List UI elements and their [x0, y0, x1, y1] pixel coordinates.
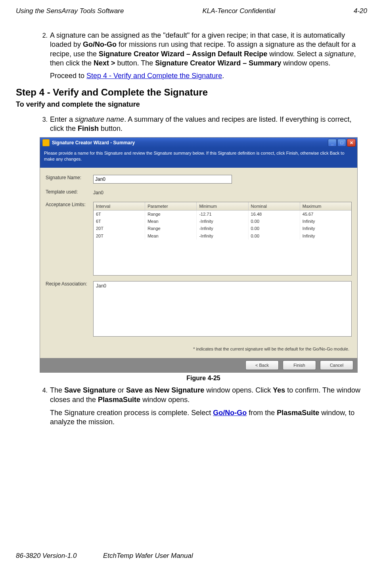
header-right: 4-20 — [354, 7, 367, 15]
text-italic: signature name — [75, 115, 124, 123]
window-title: Signature Creator Wizard - Summary — [52, 140, 328, 146]
list-number: 4. — [40, 386, 48, 427]
wizard-button-bar: < Back Finish Cancel — [40, 358, 357, 372]
table-row: 20T Range -Infinity 0.00 Infinity — [94, 225, 351, 232]
footer-left: 86-3820 Version-1.0 — [16, 552, 103, 560]
instruction-text: Please provide a name for this Signature… — [40, 148, 357, 168]
running-footer: 86-3820 Version-1.0 EtchTemp Wafer User … — [16, 552, 367, 560]
text-bold: Signature Creator Wizard – Assign Defaul… — [99, 50, 267, 58]
text: Proceed to — [50, 72, 86, 80]
figure-4-25: Signature Creator Wizard - Summary _ □ ✕… — [40, 137, 367, 383]
text-bold: Next > — [94, 59, 115, 67]
text-bold: Save as New Signature — [126, 386, 204, 394]
text-bold: Yes — [273, 386, 285, 394]
text: . — [222, 72, 224, 80]
text: window opens. — [140, 396, 190, 404]
table-row: 6T Range -12.71 16.48 45.67 — [94, 211, 351, 218]
label-recipe-association: Recipe Association: — [46, 281, 93, 287]
text: button. — [99, 124, 123, 132]
text: or — [116, 386, 126, 394]
list-item-2: 2. A signature can be assigned as the "d… — [40, 31, 367, 80]
list-item-3: 3. Enter a signature name. A summary of … — [40, 115, 367, 134]
col-parameter: Parameter — [145, 202, 197, 210]
text: button. The — [115, 59, 155, 67]
template-used-value: Jan0 — [93, 189, 103, 196]
table-row: 6T Mean -Infinity 0.00 Infinity — [94, 218, 351, 225]
col-minimum: Minimum — [197, 202, 248, 210]
col-maximum: Maximum — [300, 202, 351, 210]
header-center: KLA-Tencor Confidential — [202, 7, 275, 15]
label-template-used: Template used: — [46, 189, 93, 195]
col-nominal: Nominal — [249, 202, 300, 210]
figure-caption: Figure 4-25 — [40, 374, 367, 383]
recipe-item: Jan0 — [96, 283, 349, 289]
text: Enter a — [50, 115, 75, 123]
label-acceptance-limits: Acceptance Limits: — [46, 202, 93, 208]
cancel-button[interactable]: Cancel — [320, 360, 353, 370]
text-bold: PlasmaSuite — [277, 409, 319, 417]
footer-center: EtchTemp Wafer User Manual — [103, 552, 367, 560]
app-icon — [42, 139, 50, 146]
minimize-button[interactable]: _ — [328, 139, 337, 147]
text-bold: Go/No-Go — [83, 40, 117, 48]
acceptance-limits-grid: Interval Parameter Minimum Nominal Maxim… — [93, 202, 352, 276]
link-go-no-go[interactable]: Go/No-Go — [213, 409, 247, 417]
subheading: To verify and complete the signature — [16, 100, 367, 109]
titlebar: Signature Creator Wizard - Summary _ □ ✕ — [40, 138, 357, 148]
list-item-4: 4. The Save Signature or Save as New Sig… — [40, 386, 367, 427]
maximize-button[interactable]: □ — [337, 139, 346, 147]
text: The Signature creation process is comple… — [50, 409, 213, 417]
table-row: 20T Mean -Infinity 0.00 Infinity — [94, 232, 351, 239]
back-button[interactable]: < Back — [245, 360, 279, 370]
running-header: Using the SensArray Tools Software KLA-T… — [16, 7, 367, 15]
recipe-association-list[interactable]: Jan0 — [93, 281, 352, 337]
text: window opens. Click — [204, 386, 273, 394]
link-step4[interactable]: Step 4 - Verify and Complete the Signatu… — [86, 72, 222, 80]
text: from the — [247, 409, 277, 417]
list-number: 3. — [40, 115, 48, 134]
text-bold: Save Signature — [64, 386, 116, 394]
text-bold: Finish — [78, 124, 99, 132]
text-bold: Signature Creator Wizard – Summary — [155, 59, 281, 67]
col-interval: Interval — [94, 202, 145, 210]
default-hint-text: * indicates that the current signature w… — [46, 342, 352, 355]
list-number: 2. — [40, 31, 48, 80]
close-button[interactable]: ✕ — [347, 139, 356, 147]
text: The — [50, 386, 64, 394]
label-signature-name: Signature Name: — [46, 175, 93, 181]
signature-name-input[interactable] — [93, 175, 232, 184]
wizard-window: Signature Creator Wizard - Summary _ □ ✕… — [40, 137, 358, 373]
heading-step4: Step 4 - Verify and Complete the Signatu… — [16, 86, 367, 98]
finish-button[interactable]: Finish — [283, 360, 316, 370]
header-left: Using the SensArray Tools Software — [16, 7, 124, 15]
text: window opens. — [281, 59, 330, 67]
text-italic: signature — [324, 50, 354, 58]
text-bold: PlasmaSuite — [98, 396, 140, 404]
text: window. Select a — [267, 50, 324, 58]
